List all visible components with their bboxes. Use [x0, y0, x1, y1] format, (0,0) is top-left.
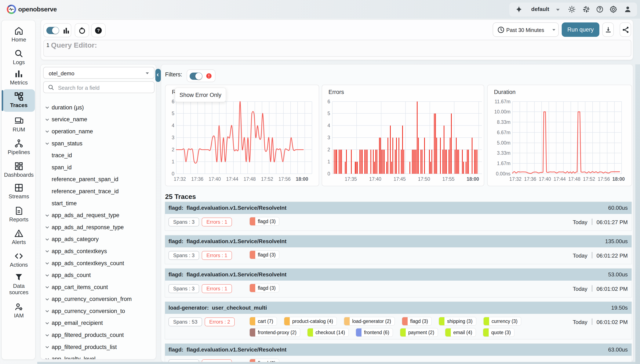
svg-text:0.00ns: 0.00ns: [496, 171, 510, 176]
svg-text:18:00: 18:00: [612, 176, 625, 182]
svg-text:17:56: 17:56: [598, 176, 610, 182]
svg-text:0: 0: [328, 171, 330, 176]
svg-text:10.00m: 10.00m: [494, 109, 510, 114]
svg-text:?: ?: [97, 28, 100, 33]
svg-text:5: 5: [328, 111, 330, 116]
svg-text:3.33m: 3.33m: [497, 150, 510, 156]
svg-text:1: 1: [328, 159, 330, 164]
svg-text:17:56: 17:56: [278, 176, 291, 182]
svg-text:17:44: 17:44: [226, 176, 238, 182]
svg-text:17:48: 17:48: [568, 176, 580, 182]
svg-text:17:55: 17:55: [442, 176, 454, 182]
svg-text:17:52: 17:52: [583, 176, 595, 182]
svg-text:18:00: 18:00: [296, 176, 308, 182]
svg-text:4: 4: [328, 123, 330, 128]
svg-text:17:35: 17:35: [345, 176, 357, 182]
svg-text:3: 3: [172, 135, 174, 140]
svg-text:8.33m: 8.33m: [497, 119, 510, 125]
svg-text:1.67m: 1.67m: [497, 161, 510, 166]
svg-text:6: 6: [172, 99, 174, 104]
svg-text:4: 4: [172, 123, 174, 128]
svg-text:0: 0: [172, 171, 174, 176]
svg-text:5: 5: [172, 111, 174, 116]
svg-text:17:44: 17:44: [554, 176, 566, 182]
svg-text:1: 1: [172, 159, 174, 164]
svg-text:11.67m: 11.67m: [494, 99, 510, 104]
svg-text:17:52: 17:52: [261, 176, 273, 182]
svg-text:2: 2: [328, 147, 330, 152]
svg-text:17:40: 17:40: [539, 176, 551, 182]
svg-text:6: 6: [328, 99, 330, 104]
svg-text:17:32: 17:32: [174, 176, 186, 182]
svg-text:17:40: 17:40: [369, 176, 382, 182]
svg-text:6.67m: 6.67m: [497, 130, 510, 135]
svg-text:17:50: 17:50: [418, 176, 430, 182]
svg-text:17:48: 17:48: [244, 176, 256, 182]
svg-text:18:00: 18:00: [467, 176, 479, 182]
svg-text:17:45: 17:45: [394, 176, 406, 182]
svg-text:5.00m: 5.00m: [497, 140, 510, 146]
svg-text:17:36: 17:36: [524, 176, 536, 182]
svg-text:17:40: 17:40: [209, 176, 221, 182]
svg-text:2: 2: [172, 147, 174, 152]
svg-text:3: 3: [328, 135, 330, 140]
svg-text:17:32: 17:32: [510, 176, 522, 182]
svg-text:17:36: 17:36: [191, 176, 204, 182]
